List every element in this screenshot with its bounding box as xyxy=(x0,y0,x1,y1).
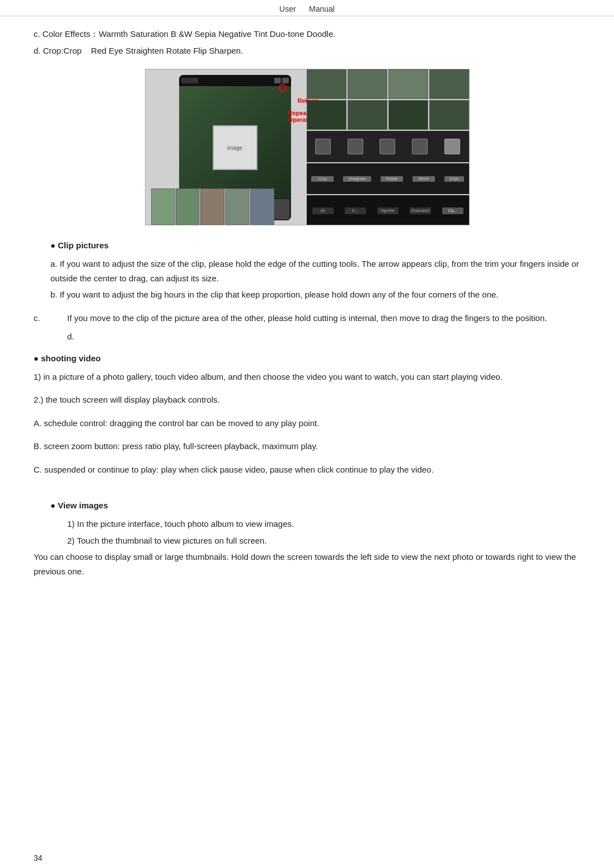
clip-c-label: c. xyxy=(34,311,67,328)
clip-pictures-title: ● Clip pictures xyxy=(50,239,580,252)
screenshot-image: image xyxy=(145,69,470,225)
line-d: d. Crop:Crop Red Eye Straighten Rotate F… xyxy=(34,44,580,58)
page-number: 34 xyxy=(34,853,43,862)
shooting-p1: 1) in a picture of a photo gallery, touc… xyxy=(34,370,580,384)
line-d-items: Red Eye Straighten Rotate Flip Sharpen. xyxy=(91,46,243,55)
view-images-title: ● View images xyxy=(50,499,580,512)
shooting-b: B. screen zoom button: press ratio play,… xyxy=(34,439,580,454)
right-panel: Crop Straighten Rotate Mirror Drain All … xyxy=(307,69,469,225)
view-images-section: ● View images 1) In the picture interfac… xyxy=(34,484,580,578)
clip-text-a: a. If you want to adjust the size of the… xyxy=(50,257,580,285)
clip-text-c: If you move to the clip of the picture a… xyxy=(67,311,580,326)
view-p3: You can choose to display small or large… xyxy=(34,550,580,578)
header-manual: Manual xyxy=(309,4,335,13)
view-p1: 1) In the picture interface, touch photo… xyxy=(67,517,580,531)
shooting-video-title: ● shooting video xyxy=(34,352,580,365)
view-p2: 2) Touch the thumbnail to view pictures … xyxy=(67,534,580,548)
header-user: User xyxy=(279,4,296,13)
shooting-a: A. schedule control: dragging the contro… xyxy=(34,416,580,431)
clip-text-c-container: c. If you move to the clip of the pictur… xyxy=(34,311,580,328)
image-container: image xyxy=(34,69,580,225)
photo-strip xyxy=(151,188,274,225)
line-c-items: Warmth Saturation B &W Sepia Negative Ti… xyxy=(99,29,335,39)
line-c: c. Color Effects：Warmth Saturation B &W … xyxy=(34,27,580,41)
line-d-label: d. Crop:Crop xyxy=(34,46,82,55)
line-c-label: c. Color Effects： xyxy=(34,29,99,39)
clip-text-d: d. xyxy=(67,329,580,344)
shooting-p2: 2.) the touch screen will display playba… xyxy=(34,393,580,407)
clip-text-b: b. If you want to adjust the big hours i… xyxy=(50,287,580,302)
page-content: c. Color Effects：Warmth Saturation B &W … xyxy=(0,22,614,603)
page-header: User Manual xyxy=(0,0,614,16)
shooting-c: C. suspended or continue to play: play w… xyxy=(34,463,580,477)
